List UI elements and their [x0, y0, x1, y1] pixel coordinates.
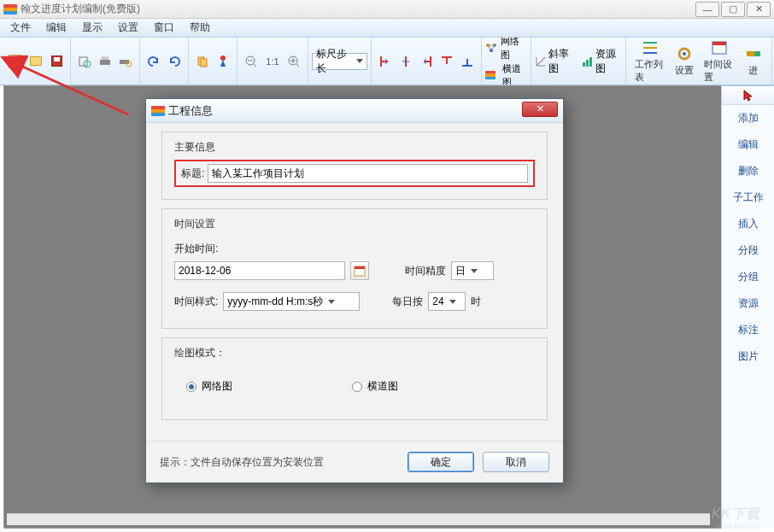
- zoom-reset-button[interactable]: 1:1: [262, 52, 283, 71]
- daily-hours-select[interactable]: 24: [428, 292, 466, 311]
- align-bottom-button[interactable]: [458, 52, 477, 71]
- maximize-button[interactable]: ▢: [721, 2, 745, 17]
- align-center-h-button[interactable]: [396, 52, 415, 71]
- resource-chart-icon: [581, 56, 591, 67]
- zoom-in-icon: [287, 55, 301, 68]
- gantt-chart-icon: [485, 71, 495, 79]
- redo-button[interactable]: [165, 52, 184, 71]
- cancel-button[interactable]: 取消: [483, 452, 549, 472]
- chevron-down-icon: [328, 300, 335, 304]
- save-file-button[interactable]: [47, 52, 66, 71]
- precision-select[interactable]: 日: [451, 261, 494, 280]
- right-sidebar: 添加 编辑 删除 子工作 插入 分段 分组 资源 标注 图片: [721, 85, 774, 529]
- menu-edit[interactable]: 编辑: [39, 19, 73, 37]
- print-button[interactable]: [96, 52, 114, 71]
- print-preview-button[interactable]: [75, 52, 94, 71]
- new-file-button[interactable]: [6, 52, 25, 71]
- chevron-down-icon: [449, 300, 456, 304]
- format-value: yyyy-mm-dd H:m:s秒: [227, 295, 323, 309]
- svg-line-11: [254, 64, 256, 67]
- ruler-step-select[interactable]: 标尺步长: [312, 53, 367, 70]
- close-button[interactable]: ✕: [747, 2, 771, 17]
- align-center-h-icon: [399, 55, 413, 68]
- paste-button[interactable]: [214, 52, 232, 71]
- menu-help[interactable]: 帮助: [183, 19, 217, 37]
- sidebar-item-add[interactable]: 添加: [722, 105, 774, 132]
- align-right-icon: [419, 55, 433, 68]
- drawing-mode-legend: 绘图模式：: [171, 346, 229, 360]
- title-label: 标题:: [181, 167, 204, 181]
- sidebar-item-image[interactable]: 图片: [722, 343, 774, 370]
- view-gantt-button[interactable]: 横道图: [485, 61, 527, 86]
- sidebar-item-edit[interactable]: 编辑: [722, 132, 774, 158]
- zoom-in-button[interactable]: [284, 52, 303, 71]
- title-input-value: 输入某工作项目计划: [212, 167, 304, 181]
- time-settings-label: 时间设置: [704, 58, 734, 84]
- sidebar-item-annotate[interactable]: 标注: [722, 317, 774, 343]
- sidebar-item-insert[interactable]: 插入: [722, 211, 774, 237]
- zoom-out-button[interactable]: [242, 52, 261, 71]
- gantt-label: 横道图: [502, 61, 527, 86]
- menu-file[interactable]: 文件: [3, 19, 38, 37]
- format-select[interactable]: yyyy-mm-dd H:m:s秒: [223, 292, 360, 311]
- align-left-button[interactable]: [376, 52, 395, 71]
- date-picker-button[interactable]: [350, 261, 369, 280]
- start-time-label: 开始时间:: [174, 242, 218, 256]
- network-chart-icon: [485, 43, 497, 53]
- horizontal-scrollbar[interactable]: [7, 513, 710, 525]
- sidebar-item-group[interactable]: 分组: [722, 264, 774, 290]
- radio-network-label: 网络图: [202, 379, 232, 394]
- sidebar-item-subwork[interactable]: 子工作: [722, 184, 774, 211]
- slope-chart-button[interactable]: 斜率图: [535, 47, 576, 76]
- time-settings-button[interactable]: 时间设置: [699, 38, 739, 85]
- title-input[interactable]: 输入某工作项目计划: [208, 164, 528, 183]
- copy-button[interactable]: [193, 52, 212, 71]
- undo-button[interactable]: [144, 52, 163, 71]
- align-right-button[interactable]: [417, 52, 436, 71]
- window-title: 翰文进度计划编制(免费版): [21, 2, 694, 16]
- print-settings-button[interactable]: [116, 52, 135, 71]
- radio-network[interactable]: 网络图: [186, 379, 232, 394]
- progress-button[interactable]: 进: [739, 44, 768, 79]
- open-folder-icon: [30, 56, 42, 66]
- dialog-titlebar[interactable]: 工程信息 ✕: [146, 99, 563, 123]
- open-file-button[interactable]: [26, 52, 45, 71]
- chevron-down-icon: [356, 59, 363, 63]
- resource-chart-button[interactable]: 资源图: [581, 47, 622, 76]
- project-info-dialog: 工程信息 ✕ 主要信息 标题: 输入某工作项目计划 时间设置 开始时间: 201…: [145, 98, 564, 483]
- radio-checked-icon: [186, 382, 196, 392]
- list-icon: [641, 39, 660, 56]
- settings-big-button[interactable]: 设置: [670, 44, 699, 79]
- svg-rect-32: [355, 266, 365, 269]
- ok-button[interactable]: 确定: [408, 452, 474, 472]
- menu-window[interactable]: 窗口: [147, 19, 181, 37]
- pointer-tool-button[interactable]: [722, 86, 774, 105]
- time-settings-group: 时间设置 开始时间: 2018-12-06 时间精度 日 时间样式:: [161, 208, 548, 329]
- start-date-input[interactable]: 2018-12-06: [174, 261, 345, 280]
- resource-label: 资源图: [595, 47, 623, 76]
- toolbar: 1:1 标尺步长 网络图 横道图 斜率图: [0, 38, 774, 85]
- view-network-button[interactable]: 网络图: [485, 38, 527, 61]
- sidebar-item-resource[interactable]: 资源: [722, 290, 774, 317]
- radio-gantt[interactable]: 横道图: [352, 379, 398, 394]
- svg-rect-30: [747, 51, 754, 56]
- precision-value: 日: [455, 264, 466, 278]
- menu-view[interactable]: 显示: [75, 19, 109, 37]
- gear-icon: [675, 45, 694, 62]
- dialog-close-button[interactable]: ✕: [522, 102, 558, 117]
- redo-icon: [167, 55, 181, 68]
- start-date-value: 2018-12-06: [179, 265, 231, 277]
- sidebar-item-segment[interactable]: 分段: [722, 237, 774, 264]
- menubar: 文件 编辑 显示 设置 窗口 帮助: [0, 19, 774, 38]
- worklist-button[interactable]: 工作列表: [630, 38, 670, 85]
- menu-settings[interactable]: 设置: [111, 19, 145, 37]
- minimize-button[interactable]: —: [695, 2, 719, 17]
- drawing-mode-group: 绘图模式： 网络图 横道图: [161, 337, 548, 420]
- sidebar-item-delete[interactable]: 删除: [722, 158, 774, 184]
- svg-rect-7: [201, 59, 207, 67]
- printer-icon: [98, 55, 112, 68]
- preview-icon: [78, 55, 91, 68]
- slope-label: 斜率图: [548, 47, 576, 76]
- align-top-button[interactable]: [437, 52, 456, 71]
- calendar-icon: [710, 39, 729, 56]
